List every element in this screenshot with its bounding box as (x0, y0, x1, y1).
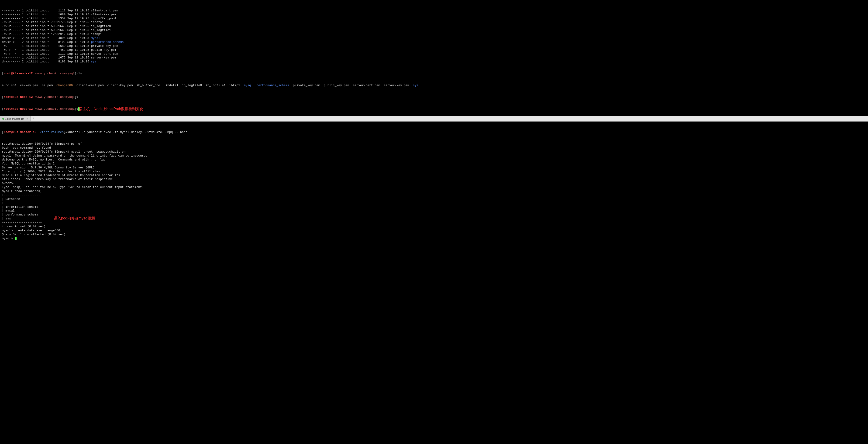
ls-line: -rw-r--r-- 1 polkitd input 1112 Sep 12 1… (2, 52, 866, 56)
ls-line: -rw-r----- 1 polkitd input 1352 Sep 12 1… (2, 17, 866, 21)
terminal-line: | information_schema | (2, 205, 866, 209)
terminal-line: | sys | (2, 217, 866, 221)
terminal-line: Query OK, 1 row affected (0.00 sec) (2, 233, 866, 237)
tab-k8s-master[interactable]: 1 k8s-master-10 × (0, 116, 31, 121)
bottom-terminal-pane[interactable]: [root@k8s-master-10 ~/test-volumes]#kube… (0, 122, 868, 250)
terminal-line: | performance_schema | (2, 213, 866, 217)
terminal-line: +--------------------+ (2, 221, 866, 225)
terminal-line: +--------------------+ (2, 201, 866, 205)
terminal-line: Server version: 5.7.36 MySQL Community S… (2, 166, 866, 170)
terminal-line: mysql> create database chaoge666; (2, 229, 866, 233)
terminal-line: root@mysql-deploy-569f9d64fc-86mpq:/# ps… (2, 142, 866, 146)
terminal-line: Your MySQL connection id is 2 (2, 162, 866, 166)
connection-status-icon (2, 118, 4, 120)
terminal-line: mysql> show databases; (2, 189, 866, 193)
annotation-top: 宿主机，Node上hostPath数据看到变化 (79, 107, 143, 112)
ls-long-listing: -rw-r--r-- 1 polkitd input 1112 Sep 12 1… (2, 9, 866, 64)
prompt-line-empty1: [root@k8s-node-12 /www.yuchaoit.cn/mysql… (2, 95, 866, 99)
ls-line: drwxr-x--- 2 polkitd input 8192 Sep 12 1… (2, 60, 866, 64)
terminal-line: Copyright (c) 2000, 2021, Oracle and/or … (2, 170, 866, 174)
close-icon[interactable]: × (26, 117, 28, 121)
ls-line: -rw------- 1 polkitd input 1680 Sep 12 1… (2, 13, 866, 17)
prompt-line-cursor[interactable]: [root@k8s-node-12 /www.yuchaoit.cn/mysql… (2, 107, 866, 111)
ls-line: -rw-r----- 1 polkitd input 50331648 Sep … (2, 25, 866, 28)
terminal-line: | Database | (2, 197, 866, 201)
terminal-line: root@mysql-deploy-569f9d64fc-86mpq:/# my… (2, 150, 866, 154)
annotation-bottom: 进入pod内修改mysql数据 (54, 216, 96, 221)
ls-line: drwxr-x--- 2 polkitd input 4096 Sep 12 1… (2, 36, 866, 40)
ls-line: -rw-r----- 1 polkitd input 79691776 Sep … (2, 21, 866, 25)
ls-line: -rw-r----- 1 polkitd input 12582912 Sep … (2, 32, 866, 36)
terminal-line: mysql: [Warning] Using a password on the… (2, 154, 866, 158)
terminal-line: affiliates. Other names may be trademark… (2, 178, 866, 182)
terminal-line: 4 rows in set (0.00 sec) (2, 225, 866, 229)
ls-line: -rw-r--r-- 1 polkitd input 452 Sep 12 19… (2, 48, 866, 52)
terminal-line: Welcome to the MySQL monitor. Commands e… (2, 158, 866, 162)
ls-short-output: auto.cnf ca-key.pem ca.pem chaoge666 cli… (2, 84, 866, 88)
terminal-line: Type 'help;' or '\h' for help. Type '\c'… (2, 185, 866, 189)
ls-line: -rw------- 1 polkitd input 1680 Sep 12 1… (2, 44, 866, 48)
terminal-line: owners. (2, 182, 866, 185)
terminal-line: Oracle is a registered trademark of Orac… (2, 173, 866, 178)
ls-line: -rw-r----- 1 polkitd input 50331648 Sep … (2, 28, 866, 32)
terminal-line: mysql> (2, 237, 866, 241)
prompt-line-ls: [root@k8s-node-12 /www.yuchaoit.cn/mysql… (2, 72, 866, 76)
mysql-session-output: root@mysql-deploy-569f9d64fc-86mpq:/# ps… (2, 142, 866, 241)
top-terminal-pane[interactable]: -rw-r--r-- 1 polkitd input 1112 Sep 12 1… (0, 0, 868, 116)
ls-line: -rw------- 1 polkitd input 1676 Sep 12 1… (2, 56, 866, 60)
tab-label: 1 k8s-master-10 (5, 117, 24, 121)
add-tab-button[interactable]: + (31, 117, 36, 121)
terminal-line: | mysql | (2, 209, 866, 213)
terminal-line: +--------------------+ (2, 193, 866, 197)
tab-bar: 1 k8s-master-10 × + (0, 116, 868, 122)
ls-line: -rw-r--r-- 1 polkitd input 1112 Sep 12 1… (2, 9, 866, 13)
prompt-kubectl: [root@k8s-master-10 ~/test-volumes]#kube… (2, 130, 866, 134)
cursor-icon (15, 237, 17, 240)
ls-line: drwxr-x--- 2 polkitd input 8192 Sep 12 1… (2, 40, 866, 44)
terminal-line: bash: ps: command not found (2, 146, 866, 150)
